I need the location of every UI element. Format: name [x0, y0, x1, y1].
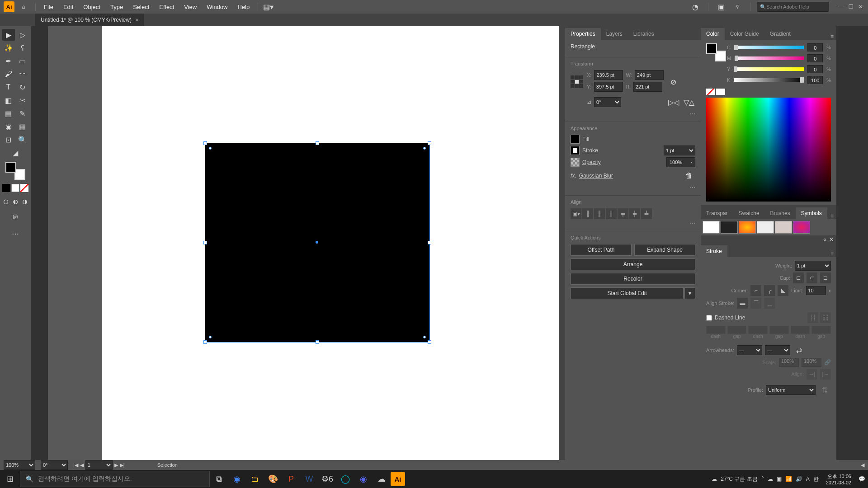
rectangle-tool[interactable]: ▭: [16, 55, 29, 67]
rotate-input[interactable]: 0°: [594, 97, 621, 107]
menu-select[interactable]: Select: [128, 2, 154, 12]
symbol-5[interactable]: [775, 221, 792, 234]
corner-radius-br[interactable]: [423, 336, 426, 338]
home-icon[interactable]: ⌂: [18, 1, 29, 12]
flip-v-icon[interactable]: ▽△: [683, 96, 695, 108]
shape-builder-tool[interactable]: ◉: [2, 121, 15, 132]
word-icon[interactable]: W: [300, 470, 318, 488]
minimize-icon[interactable]: —: [837, 3, 844, 10]
discord-icon[interactable]: ◉: [354, 470, 373, 488]
explorer-icon[interactable]: 🗀: [246, 470, 264, 488]
cap-round-icon[interactable]: ⊂: [807, 272, 817, 283]
dashed-line-checkbox[interactable]: [706, 315, 712, 321]
arrange-docs-icon[interactable]: ▦▾: [262, 1, 274, 13]
symbols-close-icon[interactable]: ✕: [829, 236, 834, 243]
document-tab[interactable]: Untitled-1* @ 100 % (CMYK/Preview) ×: [35, 14, 144, 26]
align-left-icon[interactable]: ╟: [582, 208, 593, 219]
profile-flip-icon[interactable]: ⇅: [818, 384, 831, 396]
corner-radius-tl[interactable]: [209, 147, 212, 150]
align-stroke-inside-icon[interactable]: ▔: [750, 298, 761, 309]
tab-symbols[interactable]: Symbols: [796, 207, 827, 219]
zoom-select[interactable]: 100%: [4, 460, 35, 470]
cyan-input[interactable]: 0: [807, 43, 823, 52]
transform-h-input[interactable]: [633, 82, 662, 92]
eraser-tool[interactable]: ◧: [2, 94, 15, 106]
vertical-scrollbar[interactable]: [559, 26, 565, 470]
transform-x-input[interactable]: [594, 70, 623, 80]
tray-ime-kr-icon[interactable]: 한: [813, 475, 819, 483]
tab-color[interactable]: Color: [701, 28, 725, 40]
align-right-icon[interactable]: ╢: [606, 208, 617, 219]
tray-onedrive-icon[interactable]: ☁: [768, 476, 773, 482]
transform-more-icon[interactable]: ⋯: [571, 110, 695, 118]
weather-text[interactable]: 27°C 구름 조금: [721, 475, 757, 483]
none-swatch[interactable]: [706, 89, 715, 95]
tab-libraries[interactable]: Libraries: [628, 28, 660, 40]
scroll-left-icon[interactable]: ◀: [861, 462, 864, 468]
fx-icon[interactable]: fx.: [571, 173, 576, 179]
tray-ime-a-icon[interactable]: A: [806, 476, 810, 482]
magic-wand-tool[interactable]: ✨: [2, 42, 15, 54]
screen-mode-icon[interactable]: ⎚: [5, 211, 25, 223]
cap-projecting-icon[interactable]: ⊐: [820, 272, 831, 283]
slice-tool[interactable]: ◢: [9, 147, 22, 159]
stroke-menu-icon[interactable]: ≡: [830, 251, 836, 257]
tab-swatches[interactable]: Swatche: [733, 207, 765, 219]
cap-butt-icon[interactable]: ⊏: [793, 272, 804, 283]
maximize-icon[interactable]: ❐: [847, 3, 854, 10]
first-artboard-icon[interactable]: |◀: [73, 462, 78, 468]
scissors-tool[interactable]: ✂: [16, 94, 29, 106]
task-view-icon[interactable]: ⧉: [210, 470, 228, 488]
tab-stroke[interactable]: Stroke: [701, 245, 727, 257]
offset-path-button[interactable]: Offset Path: [571, 244, 632, 256]
draw-behind-icon[interactable]: ◐: [11, 195, 19, 207]
close-icon[interactable]: ✕: [857, 3, 864, 10]
eyedropper-tool[interactable]: ✎: [16, 108, 29, 119]
symbol-1[interactable]: [703, 221, 720, 234]
edit-toolbar-icon[interactable]: ⋯: [5, 228, 25, 239]
handle-mr[interactable]: [428, 241, 431, 244]
paint-app-icon[interactable]: 🎨: [264, 470, 282, 488]
handle-center[interactable]: [316, 241, 318, 244]
swatch-none[interactable]: [20, 184, 28, 192]
artboard-tool[interactable]: ⊡: [2, 134, 15, 145]
white-swatch[interactable]: [716, 89, 725, 95]
tab-color-guide[interactable]: Color Guide: [725, 28, 764, 40]
menu-effect[interactable]: Effect: [155, 2, 179, 12]
tab-transparency[interactable]: Transpar: [701, 207, 733, 219]
handle-tr[interactable]: [428, 141, 431, 145]
symbol-3[interactable]: [739, 221, 756, 234]
fill-swatch[interactable]: [571, 135, 580, 144]
corner-radius-tr[interactable]: [423, 147, 426, 150]
artboard[interactable]: [102, 26, 565, 460]
color-panel-menu-icon[interactable]: ≡: [830, 33, 836, 40]
draw-inside-icon[interactable]: ◑: [21, 195, 29, 207]
rotate-view-select[interactable]: 0°: [41, 460, 68, 470]
menu-type[interactable]: Type: [106, 2, 127, 12]
app7-icon[interactable]: ◯: [336, 470, 354, 488]
tab-close-icon[interactable]: ×: [135, 16, 139, 23]
selected-rectangle[interactable]: [205, 143, 430, 343]
corner-radius-bl[interactable]: [209, 336, 212, 338]
align-stroke-center-icon[interactable]: ▬: [737, 298, 748, 309]
handle-tm[interactable]: [316, 141, 319, 145]
miter-limit-input[interactable]: [806, 286, 826, 295]
clock[interactable]: 오후 10:06 2021-08-02: [822, 473, 855, 485]
direct-selection-tool[interactable]: ▷: [16, 29, 29, 41]
align-to-icon[interactable]: ▣▾: [571, 208, 581, 219]
color-spectrum[interactable]: [706, 98, 831, 202]
align-more-icon[interactable]: ⋯: [571, 219, 695, 227]
align-vcenter-icon[interactable]: ╪: [629, 208, 640, 219]
swatch-white[interactable]: [11, 184, 19, 192]
arrange-button[interactable]: Arrange: [571, 258, 695, 270]
menu-window[interactable]: Window: [202, 2, 232, 12]
handle-br[interactable]: [428, 340, 431, 344]
app6-icon[interactable]: ⚙6: [318, 470, 336, 488]
corner-round-icon[interactable]: ╭: [764, 285, 775, 296]
last-artboard-icon[interactable]: ▶|: [120, 462, 125, 468]
view-mode-icon[interactable]: ▣: [715, 1, 727, 13]
opacity-label[interactable]: Opacity: [582, 159, 601, 165]
tray-meet-icon[interactable]: ▣: [777, 476, 782, 482]
delete-effect-icon[interactable]: 🗑: [683, 170, 695, 182]
illustrator-taskbar-icon[interactable]: Ai: [391, 472, 405, 486]
